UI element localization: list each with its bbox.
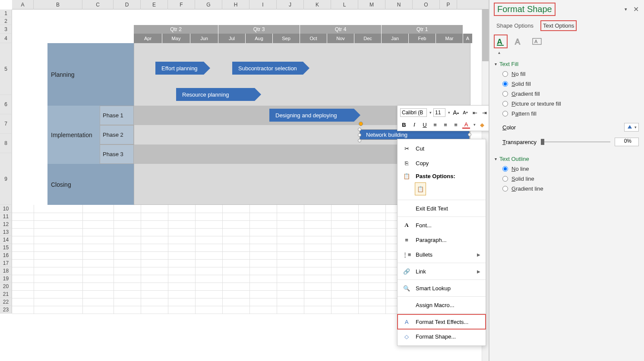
row-header-19[interactable]: 19 [0, 275, 12, 283]
row-header-8[interactable]: 8 [0, 134, 12, 153]
worksheet-area[interactable]: A B C D E F G H I J K L M N O P 1 2 3 4 … [0, 0, 489, 361]
chevron-down-icon[interactable]: ▾ [448, 110, 450, 115]
radio-gradient-fill[interactable]: Gradient fill [502, 91, 639, 97]
slider-thumb[interactable] [541, 139, 544, 145]
row-header-5[interactable]: 5 [0, 43, 12, 95]
col-header-E[interactable]: E [141, 0, 168, 9]
radio-solid-line[interactable]: Solid line [502, 176, 639, 182]
row-header-10[interactable]: 10 [0, 205, 12, 213]
paste-option-button[interactable]: 📋 [415, 182, 426, 195]
increase-indent-icon[interactable]: ⇥ [480, 109, 488, 116]
chevron-down-icon[interactable]: ▾ [429, 110, 432, 115]
font-size-input[interactable] [433, 108, 445, 117]
transparency-input[interactable]: 0% [615, 138, 639, 146]
row-header-21[interactable]: 21 [0, 290, 12, 298]
row-header-13[interactable]: 13 [0, 228, 12, 236]
ctx-font[interactable]: A Font... [398, 218, 486, 232]
row-header-1[interactable]: 1 [0, 9, 12, 17]
col-header-B[interactable]: B [34, 0, 82, 9]
col-header-A[interactable]: A [12, 0, 34, 9]
selection-handle[interactable] [358, 133, 361, 137]
selection-handle[interactable] [358, 128, 361, 131]
task-effort-planning[interactable]: Effort planning [155, 62, 210, 75]
color-picker-button[interactable]: ▾ [624, 123, 639, 132]
row-header-12[interactable]: 12 [0, 220, 12, 228]
bold-button[interactable]: B [400, 121, 408, 129]
text-effects-icon[interactable]: A [513, 35, 525, 47]
radio-no-line[interactable]: No line [502, 166, 639, 172]
ctx-paragraph[interactable]: ≡ Paragraph... [398, 232, 486, 247]
row-header-11[interactable]: 11 [0, 213, 12, 220]
task-resource-planning[interactable]: Resource planning [176, 88, 261, 101]
col-header-P[interactable]: P [440, 0, 457, 9]
task-designing[interactable]: Designing and deploying [269, 109, 360, 122]
col-header-J[interactable]: J [277, 0, 304, 9]
row-header-15[interactable]: 15 [0, 244, 12, 251]
col-header-G[interactable]: G [195, 0, 222, 9]
rotation-handle[interactable] [359, 122, 363, 126]
row-header-2[interactable]: 2 [0, 17, 12, 25]
text-fill-heading[interactable]: Text Fill [495, 61, 639, 67]
transparency-slider[interactable] [541, 141, 610, 142]
italic-button[interactable]: I [410, 121, 418, 129]
scrollbar-thumb[interactable] [482, 9, 489, 61]
row-header-17[interactable]: 17 [0, 259, 12, 267]
format-painter-icon[interactable]: ◆ [478, 121, 486, 129]
textbox-icon[interactable]: A [531, 35, 543, 47]
selection-handle[interactable] [358, 139, 361, 142]
font-color-icon[interactable]: A [462, 121, 470, 129]
radio-picture-fill[interactable]: Picture or texture fill [502, 100, 639, 107]
font-name-input[interactable] [400, 108, 427, 117]
task-subcontractor[interactable]: Subcontractor selection [232, 62, 309, 75]
radio-pattern-fill[interactable]: Pattern fill [502, 110, 639, 117]
increase-font-icon[interactable]: A▴ [452, 109, 460, 116]
ctx-format-text-effects[interactable]: A Format Text Effects... [398, 314, 486, 329]
selection-handle[interactable] [468, 133, 471, 136]
ctx-assign-macro[interactable]: Assign Macro... [398, 298, 486, 312]
row-header-7[interactable]: 7 [0, 114, 12, 134]
col-header-I[interactable]: I [249, 0, 277, 9]
chevron-down-icon[interactable]: ▾ [474, 122, 476, 127]
decrease-font-icon[interactable]: A▾ [461, 109, 469, 116]
col-header-L[interactable]: L [331, 0, 358, 9]
row-header-22[interactable]: 22 [0, 298, 12, 306]
decrease-indent-icon[interactable]: ⇤ [471, 109, 479, 116]
row-header-16[interactable]: 16 [0, 251, 12, 259]
ctx-exit-edit-text[interactable]: Exit Edit Text [398, 201, 486, 216]
col-header-K[interactable]: K [304, 0, 331, 9]
row-header-3[interactable]: 3 [0, 25, 12, 34]
row-header-6[interactable]: 6 [0, 95, 12, 114]
tab-shape-options[interactable]: Shape Options [495, 21, 535, 30]
align-left-icon[interactable]: ≡ [431, 121, 439, 129]
ctx-bullets[interactable]: ⋮≡ Bullets ▶ [398, 247, 486, 262]
align-right-icon[interactable]: ≡ [452, 121, 460, 129]
ctx-format-shape[interactable]: ◇ Format Shape... [398, 329, 486, 344]
row-header-9[interactable]: 9 [0, 153, 12, 205]
col-header-D[interactable]: D [114, 0, 141, 9]
col-header-C[interactable]: C [82, 0, 114, 9]
align-center-icon[interactable]: ≡ [442, 121, 449, 129]
radio-gradient-line[interactable]: Gradient line [502, 185, 639, 192]
col-header-H[interactable]: H [222, 0, 249, 9]
row-header-23[interactable]: 23 [0, 306, 12, 314]
row-header-14[interactable]: 14 [0, 236, 12, 244]
ctx-copy[interactable]: ⎘ Copy [398, 156, 486, 170]
col-header-O[interactable]: O [413, 0, 440, 9]
underline-button[interactable]: U [421, 121, 429, 129]
text-outline-heading[interactable]: Text Outline [495, 156, 639, 162]
ctx-link[interactable]: 🔗 Link ▶ [398, 264, 486, 279]
row-header-18[interactable]: 18 [0, 267, 12, 275]
col-header-M[interactable]: M [358, 0, 385, 9]
tab-text-options[interactable]: Text Options [541, 21, 576, 30]
close-icon[interactable]: ✕ [633, 5, 639, 13]
row-header-4[interactable]: 4 [0, 34, 12, 43]
ctx-cut[interactable]: ✂ Cut [398, 141, 486, 156]
pane-menu-icon[interactable]: ▾ [625, 6, 627, 12]
col-header-N[interactable]: N [385, 0, 413, 9]
radio-no-fill[interactable]: No fill [502, 71, 639, 77]
row-header-20[interactable]: 20 [0, 283, 12, 290]
col-header-F[interactable]: F [168, 0, 195, 9]
text-fill-outline-icon[interactable]: A [495, 35, 507, 47]
radio-solid-fill[interactable]: Solid fill [502, 81, 639, 87]
ctx-smart-lookup[interactable]: 🔍 Smart Lookup [398, 281, 486, 295]
